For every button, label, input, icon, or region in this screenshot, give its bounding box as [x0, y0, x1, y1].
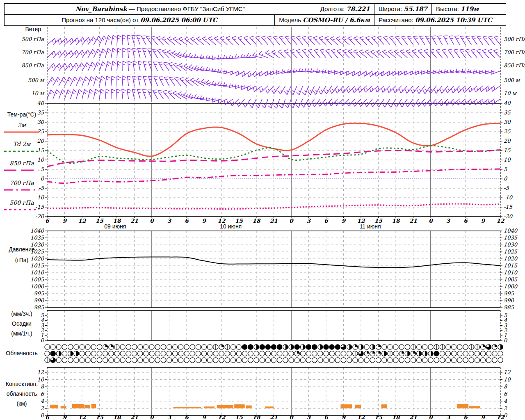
- axis-tick-label: 6: [504, 391, 508, 397]
- cloud-symbol: [422, 358, 427, 363]
- wind-barb: [225, 99, 233, 105]
- wind-barb: [337, 99, 344, 106]
- cloud-symbol: [393, 351, 398, 356]
- wind-barb: [71, 89, 74, 99]
- wind-barb-tick: [393, 89, 395, 93]
- wind-barb-tick: [96, 64, 98, 66]
- hour-label: 18: [253, 414, 261, 420]
- wind-barb-tick: [426, 52, 429, 53]
- axis-tick-label: 15: [504, 147, 511, 153]
- wind-barb-tick: [107, 76, 110, 78]
- wind-barb-tick: [113, 61, 116, 64]
- wind-barb-tick: [101, 76, 105, 79]
- hour-label: 12: [497, 217, 505, 224]
- wind-barb-tick: [103, 39, 104, 41]
- wind-barb: [477, 37, 483, 45]
- wind-barb-tick: [197, 67, 199, 69]
- cloud-symbol-half: [431, 351, 433, 356]
- cloud-symbol: [149, 345, 154, 349]
- wind-barb-tick: [90, 89, 93, 92]
- wind-barb-tick: [440, 89, 442, 93]
- wind-barb: [122, 35, 123, 45]
- wind-barb-tick: [194, 65, 197, 68]
- run-time: 09.06.2025 06:00 UTC: [140, 16, 217, 24]
- legend-700-label: 700 гПа: [0, 180, 43, 186]
- wind-barb-tick: [143, 62, 147, 62]
- wind-barb-tick: [212, 81, 214, 84]
- cloud-symbol: [428, 358, 433, 363]
- wind-barb-tick: [322, 52, 324, 52]
- wind-barb-tick: [183, 52, 185, 56]
- wind-barb-tick: [128, 76, 131, 77]
- wind-barb-tick: [138, 51, 141, 52]
- precip-unit-3h: (мм/3ч.): [0, 310, 43, 317]
- axis-tick-label: 1035: [504, 235, 518, 241]
- axis-tick-label: 25: [504, 128, 511, 135]
- wind-barb-tick: [101, 79, 103, 80]
- wind-barb-tick: [483, 36, 487, 37]
- wind-barb-tick: [164, 52, 167, 53]
- cloud-symbol: [445, 351, 450, 356]
- axis-tick-label: 20: [504, 138, 511, 144]
- wind-barb-tick: [175, 94, 177, 95]
- wind-barb-tick: [390, 72, 390, 75]
- wind-barb-tick: [494, 100, 495, 103]
- wind-barb-tick: [443, 36, 447, 36]
- wind-barb-tick: [65, 63, 66, 67]
- wind-barb: [100, 62, 103, 71]
- hour-label: 6: [185, 217, 189, 224]
- wind-barb-tick: [297, 36, 301, 37]
- hour-label: 15: [96, 414, 104, 420]
- wind-barb-tick: [290, 105, 293, 108]
- wind-barb: [483, 37, 489, 45]
- wind-barb-tick: [479, 70, 480, 74]
- wind-barb-tick: [433, 39, 435, 39]
- cloud-symbol: [335, 358, 340, 363]
- cloud-symbol: [68, 345, 73, 349]
- wind-barb: [65, 77, 69, 86]
- wind-barb-tick: [190, 37, 194, 39]
- cloud-symbol: [312, 358, 317, 363]
- wind-barb-tick: [272, 50, 275, 52]
- axis-tick-label: 2: [504, 405, 507, 411]
- wind-barb-tick: [288, 69, 288, 73]
- wind-barb-tick: [81, 39, 82, 42]
- wind-barb-tick: [348, 50, 352, 51]
- wind-barb-tick: [477, 49, 481, 50]
- wind-barb: [111, 48, 113, 58]
- wind-barb: [105, 48, 108, 58]
- cloud-symbol: [242, 351, 247, 356]
- wind-barb-tick: [372, 73, 373, 75]
- wind-barb-tick: [310, 90, 312, 92]
- wind-barb-tick: [106, 89, 110, 91]
- wind-barb-tick: [235, 84, 236, 89]
- convective-cloud-bar: [265, 406, 274, 408]
- wind-barb-tick: [438, 36, 442, 36]
- wind-barb-tick: [308, 92, 311, 95]
- wind-barb-tick: [315, 90, 317, 92]
- legend-500-line: [3, 208, 40, 211]
- wind-barb-tick: [93, 49, 95, 52]
- wind-barb-tick: [370, 88, 371, 92]
- wind-barb-tick: [461, 52, 464, 52]
- wind-barb-tick: [66, 50, 67, 54]
- wind-barb: [354, 86, 361, 93]
- wind-barb-tick: [310, 52, 313, 52]
- wind-barb-tick: [460, 49, 464, 50]
- wind-barb-tick: [141, 36, 145, 36]
- cloud-symbol-half: [256, 345, 259, 349]
- wind-barb: [232, 38, 239, 45]
- hour-label: 0: [429, 217, 433, 224]
- wind-barb: [82, 77, 86, 86]
- wind-barb-tick: [68, 89, 71, 92]
- wind-level-label: 500 м: [504, 77, 520, 83]
- cloud-symbol: [457, 358, 462, 363]
- cloud-symbol: [283, 358, 288, 363]
- wind-barb-tick: [379, 52, 381, 54]
- hour-label: 9: [481, 414, 486, 420]
- wind-barb-tick: [193, 39, 195, 41]
- hour-label: 21: [130, 217, 138, 224]
- wind-barb-tick: [353, 89, 354, 93]
- cloud-symbol: [97, 358, 102, 363]
- axis-tick-label: -10: [504, 194, 513, 201]
